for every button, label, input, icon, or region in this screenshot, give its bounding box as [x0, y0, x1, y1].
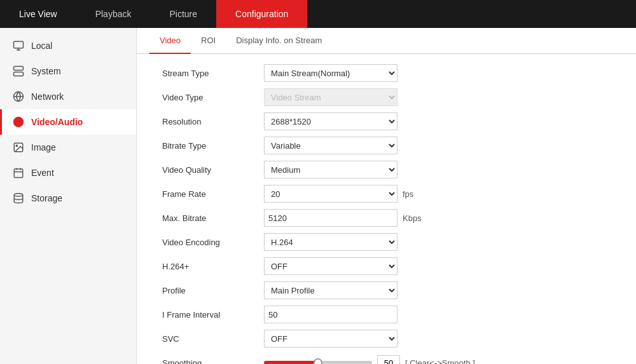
smoothing-thumb[interactable] — [314, 358, 322, 364]
video-encoding-control: H.264 H.265 — [264, 233, 398, 251]
video-quality-label: Video Quality — [162, 165, 264, 175]
sidebar-label-storage: Storage — [31, 193, 62, 203]
profile-control: Main Profile High Profile Basic Profile — [264, 281, 398, 299]
h264plus-select[interactable]: OFF ON — [264, 257, 398, 275]
i-frame-interval-label: I Frame Interval — [162, 310, 264, 320]
smoothing-track — [264, 361, 372, 364]
nav-picture[interactable]: Picture — [150, 0, 216, 28]
sidebar-item-video-audio[interactable]: Video/Audio — [0, 109, 136, 135]
profile-label: Profile — [162, 286, 264, 295]
sidebar-label-local: Local — [31, 41, 52, 51]
max-bitrate-input[interactable] — [264, 209, 398, 227]
sidebar-label-network: Network — [31, 91, 64, 102]
i-frame-interval-row: I Frame Interval — [162, 306, 611, 323]
stream-type-row: Stream Type Main Stream(Normal) Sub Stre… — [162, 64, 611, 82]
video-icon — [12, 116, 25, 128]
bitrate-type-row: Bitrate Type Variable Constant — [162, 137, 611, 154]
svg-rect-3 — [14, 67, 24, 71]
nav-live-view[interactable]: Live View — [0, 0, 76, 28]
resolution-row: Resolution 2688*1520 1920*1080 1280*720 — [162, 112, 611, 130]
sidebar-item-event[interactable]: Event — [0, 160, 136, 185]
smoothing-value: 50 — [377, 355, 400, 364]
frame-rate-unit: fps — [403, 189, 413, 199]
resolution-label: Resolution — [162, 117, 264, 126]
video-type-label: Video Type — [162, 93, 264, 102]
image-icon — [12, 141, 25, 154]
tab-video[interactable]: Video — [149, 28, 191, 54]
main-content: Video ROI Display Info. on Stream Stream… — [137, 28, 636, 364]
bitrate-type-control: Variable Constant — [264, 137, 398, 154]
sidebar-item-network[interactable]: Network — [0, 84, 136, 109]
video-quality-select[interactable]: Lowest Lower Low Medium Higher Highest — [264, 161, 398, 179]
max-bitrate-label: Max. Bitrate — [162, 213, 264, 223]
sidebar-item-local[interactable]: Local — [0, 33, 136, 58]
server-icon — [12, 65, 25, 78]
svg-rect-12 — [14, 169, 23, 178]
smoothing-description: [ Clear<->Smooth ] — [405, 358, 475, 365]
svg-rect-4 — [14, 72, 24, 76]
nav-configuration[interactable]: Configuration — [216, 0, 307, 28]
h264plus-control: OFF ON — [264, 257, 398, 275]
sidebar-label-video-audio: Video/Audio — [31, 117, 83, 127]
h264plus-row: H.264+ OFF ON — [162, 257, 611, 275]
svc-select[interactable]: OFF ON — [264, 330, 398, 347]
frame-rate-label: Frame Rate — [162, 189, 264, 199]
video-quality-row: Video Quality Lowest Lower Low Medium Hi… — [162, 161, 611, 179]
bitrate-type-label: Bitrate Type — [162, 141, 264, 151]
video-type-control: Video Stream Video&Audio — [264, 88, 398, 106]
svg-rect-0 — [14, 41, 24, 48]
video-quality-control: Lowest Lower Low Medium Higher Highest — [264, 161, 398, 179]
stream-type-select[interactable]: Main Stream(Normal) Sub Stream Third Str… — [264, 64, 398, 82]
sidebar: Local System Network Vi — [0, 28, 137, 364]
svc-row: SVC OFF ON — [162, 330, 611, 347]
sidebar-item-image[interactable]: Image — [0, 135, 136, 160]
bitrate-type-select[interactable]: Variable Constant — [264, 137, 398, 154]
max-bitrate-unit: Kbps — [403, 213, 422, 223]
i-frame-interval-control — [264, 306, 398, 323]
nav-playback[interactable]: Playback — [76, 0, 151, 28]
h264plus-label: H.264+ — [162, 262, 264, 271]
video-form: Stream Type Main Stream(Normal) Sub Stre… — [137, 54, 636, 364]
sidebar-label-event: Event — [31, 168, 54, 178]
smoothing-slider-container: 50 [ Clear<->Smooth ] — [264, 355, 475, 364]
monitor-icon — [12, 39, 25, 52]
sidebar-label-image: Image — [31, 142, 56, 152]
svg-point-16 — [14, 194, 23, 197]
sidebar-label-system: System — [31, 66, 61, 76]
tab-bar: Video ROI Display Info. on Stream — [137, 28, 636, 54]
video-type-select[interactable]: Video Stream Video&Audio — [264, 88, 398, 106]
svc-control: OFF ON — [264, 330, 398, 347]
i-frame-interval-input[interactable] — [264, 306, 398, 323]
resolution-select[interactable]: 2688*1520 1920*1080 1280*720 — [264, 112, 398, 130]
frame-rate-control: 12345 678910 1215202530 — [264, 185, 398, 203]
video-encoding-label: Video Encoding — [162, 238, 264, 247]
max-bitrate-control — [264, 209, 398, 227]
profile-select[interactable]: Main Profile High Profile Basic Profile — [264, 281, 398, 299]
video-encoding-row: Video Encoding H.264 H.265 — [162, 233, 611, 251]
frame-rate-row: Frame Rate 12345 678910 1215202530 fps — [162, 185, 611, 203]
sidebar-item-storage[interactable]: Storage — [0, 185, 136, 211]
svg-point-11 — [16, 145, 17, 146]
globe-icon — [12, 90, 25, 103]
max-bitrate-row: Max. Bitrate Kbps — [162, 209, 611, 227]
tab-display-info[interactable]: Display Info. on Stream — [226, 28, 332, 54]
sidebar-item-system[interactable]: System — [0, 58, 136, 84]
storage-icon — [12, 192, 25, 205]
frame-rate-select[interactable]: 12345 678910 1215202530 — [264, 185, 398, 203]
stream-type-control: Main Stream(Normal) Sub Stream Third Str… — [264, 64, 398, 82]
resolution-control: 2688*1520 1920*1080 1280*720 — [264, 112, 398, 130]
smoothing-label: Smoothing — [162, 358, 264, 365]
profile-row: Profile Main Profile High Profile Basic … — [162, 281, 611, 299]
svc-label: SVC — [162, 334, 264, 344]
video-type-row: Video Type Video Stream Video&Audio — [162, 88, 611, 106]
video-encoding-select[interactable]: H.264 H.265 — [264, 233, 398, 251]
smoothing-row: Smoothing 50 [ Clear<->Smooth ] — [162, 354, 611, 364]
top-navigation: Live View Playback Picture Configuration — [0, 0, 636, 28]
stream-type-label: Stream Type — [162, 69, 264, 78]
calendar-icon — [12, 166, 25, 179]
tab-roi[interactable]: ROI — [191, 28, 226, 54]
